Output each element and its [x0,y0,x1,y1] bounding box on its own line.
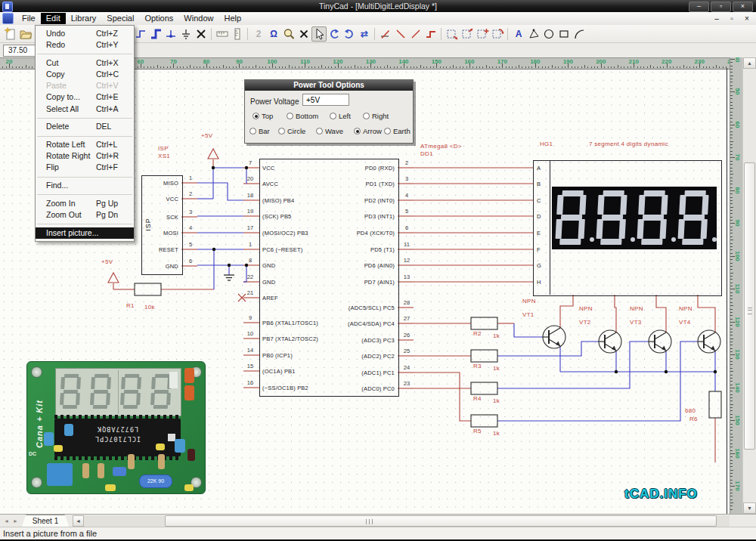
horizontal-scroll-thumb[interactable] [165,515,717,527]
minimize-icon[interactable]: – [689,2,709,12]
ruler-horizontal-icon[interactable] [215,26,230,42]
edit-menu-item-flip[interactable]: FlipCtrl+F [36,162,134,173]
mdi-minimize-icon[interactable]: – [711,14,722,23]
vruler-number: 80 [731,184,743,196]
zoom-tool-icon[interactable] [281,26,296,42]
two-apart-icon[interactable]: 2 [251,26,266,42]
radio-right[interactable]: Right [363,112,389,120]
menu-item-label: Insert picture... [46,228,98,237]
edit-menu-item-delete[interactable]: DeleteDEL [36,121,134,132]
edit-menu-item-zoom-out[interactable]: Zoom OutPg Dn [36,209,134,221]
flip-horizontal-icon[interactable]: ⇄ [357,26,372,42]
menu-item-shortcut: Ctrl+A [96,104,118,115]
line-tool-2-icon[interactable] [408,26,423,42]
wire-tool-icon[interactable] [133,26,148,42]
power-tool-options-dialog[interactable]: Power Tool Options Power Voltage TopBott… [244,79,414,144]
horizontal-scrollbar[interactable] [84,515,730,527]
radio-selected-icon [354,128,361,134]
edit-menu-item-redo[interactable]: RedoCtrl+Y [36,39,134,51]
edit-menu-item-copy-to[interactable]: Copy to...Ctrl+E [36,91,134,103]
block-import-icon[interactable] [445,26,460,42]
radio-earth[interactable]: Earth [384,127,411,135]
ruler-vertical-icon[interactable] [230,26,245,42]
scroll-up-icon[interactable]: ▲ [743,57,756,69]
new-file-icon[interactable] [3,26,18,42]
ellipse-tool-icon[interactable] [541,26,556,42]
omega-symbol-icon[interactable]: Ω [266,26,281,42]
radio-left[interactable]: Left [330,112,351,120]
bus-tool-icon[interactable] [148,26,163,42]
edit-menu-item-insert-picture[interactable]: Insert picture... [36,227,134,239]
close-icon[interactable]: × [733,2,753,12]
title-bar: TinyCad - [MultiDigitLedDisplay *] – ▫ × [0,0,756,12]
menu-items: FileEditLibrarySpecialOptionsWindowHelp [17,13,246,24]
vertical-scroll-thumb[interactable] [744,162,755,450]
sheet-next-icon[interactable]: ► [11,516,20,526]
block-move-icon[interactable] [475,26,490,42]
polygon-tool-icon[interactable] [526,26,541,42]
menu-file[interactable]: File [17,13,41,24]
arc-tool-icon[interactable] [572,26,587,42]
ground-tool-icon[interactable] [178,26,194,42]
radio-wave[interactable]: Wave [316,127,343,135]
vruler-number: 170 [731,480,743,492]
rectangle-tool-icon[interactable] [556,26,572,42]
delete-tool-icon[interactable] [194,26,209,42]
edit-menu-item-select-all[interactable]: Select AllCtrl+A [36,104,134,115]
menu-separator [36,174,134,181]
menu-window[interactable]: Window [178,13,218,24]
mdi-close-icon[interactable]: × [742,14,752,23]
no-connect-icon[interactable] [378,26,393,42]
menu-item-label: Flip [46,162,59,172]
edit-menu-item-rotate-left[interactable]: Rotate LeftCtrl+L [36,139,134,150]
radio-circle[interactable]: Circle [278,127,305,135]
radio-unselected-icon [363,113,370,119]
menu-special[interactable]: Special [101,13,139,24]
vruler-number: 140 [731,382,743,394]
edit-menu-item-cut[interactable]: CutCtrl+X [36,57,134,69]
edit-menu-item-zoom-in[interactable]: Zoom InPg Up [36,198,134,209]
hruler-number: 230 [691,58,708,65]
hruler-number: 140 [395,58,412,65]
hruler-number: 20 [1,58,17,65]
edit-menu-item-rotate-right[interactable]: Rotate RightCtrl+R [36,150,134,162]
radio-top[interactable]: Top [253,112,273,120]
menu-edit[interactable]: Edit [41,13,66,24]
rotate-right-icon[interactable] [342,26,357,42]
edit-menu-item-copy[interactable]: CopyCtrl+C [36,69,134,80]
edit-menu-item-paste[interactable]: PasteCtrl+V [36,80,134,91]
menu-help[interactable]: Help [218,13,246,24]
block-rotate-icon[interactable] [490,26,505,42]
open-folder-icon[interactable] [18,26,33,42]
line-tool-1-icon[interactable] [393,26,408,42]
dialog-title[interactable]: Power Tool Options [245,80,413,91]
edit-menu-item-find[interactable]: Find... [36,180,134,191]
radio-unselected-icon [249,128,256,134]
radio-bottom[interactable]: Bottom [287,112,318,120]
hscroll-left-icon[interactable]: ◄ [73,515,84,527]
mdi-restore-icon[interactable]: ▫ [727,14,737,23]
menu-library[interactable]: Library [66,13,102,24]
edit-menu-dropdown: UndoCtrl+ZRedoCtrl+YCutCtrl+XCopyCtrl+CP… [35,25,135,242]
radio-bar[interactable]: Bar [249,127,270,135]
scroll-down-icon[interactable]: ▼ [743,502,756,514]
cancel-zoom-icon[interactable] [296,26,311,42]
sheet-tab-bar: ◄ ► Sheet 1 ◄ [0,514,730,527]
text-tool-icon[interactable]: A [511,26,526,42]
rotate-left-icon[interactable] [327,26,342,42]
menu-item-shortcut: Ctrl+Y [96,39,118,51]
vruler-number: 60 [731,119,743,131]
select-cursor-icon[interactable] [311,26,327,42]
status-bar: Insert a picture from a file [0,527,756,539]
menu-separator [36,51,134,57]
power-voltage-input[interactable] [302,94,349,106]
edit-menu-item-undo[interactable]: UndoCtrl+Z [36,28,134,39]
block-copy-icon[interactable] [460,26,475,42]
junction-tool-icon[interactable] [163,26,178,42]
radio-arrow[interactable]: Arrow [354,127,382,135]
menu-options[interactable]: Options [139,13,178,24]
restore-icon[interactable]: ▫ [711,2,731,12]
menu-item-label: Redo [46,40,65,49]
polyline-tool-icon[interactable] [423,26,438,42]
vertical-scrollbar[interactable]: ▲ ▼ [742,57,756,514]
